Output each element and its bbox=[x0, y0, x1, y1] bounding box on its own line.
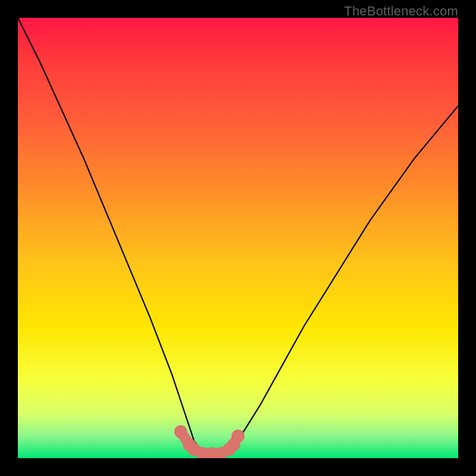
bottleneck-curve-line bbox=[18, 18, 458, 458]
watermark-text: TheBottleneck.com bbox=[344, 4, 458, 19]
optimal-range-markers bbox=[174, 425, 245, 458]
optimal-range-dot bbox=[231, 430, 245, 443]
chart-frame: TheBottleneck.com bbox=[0, 0, 476, 476]
plot-area bbox=[18, 18, 458, 458]
chart-svg bbox=[18, 18, 458, 458]
optimal-range-dot bbox=[174, 425, 187, 439]
